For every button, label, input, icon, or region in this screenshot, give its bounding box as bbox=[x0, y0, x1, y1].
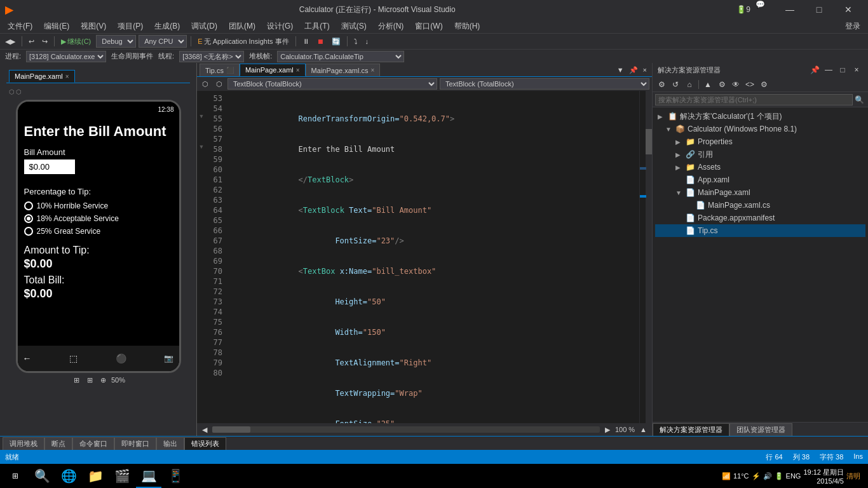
taskbar-vs[interactable]: 💻 bbox=[136, 464, 161, 488]
tab-mainpage-xaml-cs[interactable]: MainPage.xaml.cs × bbox=[306, 64, 381, 76]
sb-settings-btn[interactable]: ⚙ bbox=[757, 78, 770, 91]
zoom-fit-btn[interactable]: ⊞ bbox=[71, 374, 82, 386]
app-insights-btn[interactable]: E 无 Application Insights 事件 bbox=[195, 35, 291, 48]
menu-test[interactable]: 测试(S) bbox=[336, 19, 372, 33]
sb-filter-btn[interactable]: ⚙ bbox=[715, 78, 728, 91]
panel-tab-breakpoints[interactable]: 断点 bbox=[44, 437, 72, 450]
tree-references[interactable]: ▶ 🔗 引用 bbox=[655, 148, 865, 161]
menu-analyze[interactable]: 分析(N) bbox=[373, 19, 409, 33]
restart-btn[interactable]: 🔄 bbox=[329, 35, 343, 48]
tree-properties[interactable]: ▶ 📁 Properties bbox=[655, 135, 865, 148]
ref-expand[interactable]: ▶ bbox=[675, 151, 683, 158]
scroll-left-btn[interactable]: ◀ bbox=[200, 423, 210, 436]
solution-node[interactable]: ▶ 📋 解决方案'Calculator'(1 个项目) bbox=[655, 110, 865, 123]
tree-assets[interactable]: ▶ 📁 Assets bbox=[655, 161, 865, 173]
tab-close-icon[interactable]: × bbox=[65, 73, 69, 80]
sb-properties-btn[interactable]: ⚙ bbox=[655, 78, 668, 91]
scrollbar-thumb[interactable] bbox=[646, 129, 652, 154]
sb-show-all-btn[interactable]: 👁 bbox=[729, 78, 742, 91]
close-btn[interactable]: ✕ bbox=[834, 0, 863, 19]
solution-expand[interactable]: ▶ bbox=[658, 113, 665, 120]
menu-debug[interactable]: 调试(D) bbox=[186, 19, 222, 33]
assets-expand[interactable]: ▶ bbox=[675, 164, 683, 171]
menu-view[interactable]: 视图(V) bbox=[76, 19, 111, 33]
sb-refresh-btn[interactable]: ↺ bbox=[669, 78, 682, 91]
phone-bill-input[interactable]: $0.00 bbox=[24, 159, 75, 174]
tab-tip-cs[interactable]: Tip.cs ⬛ bbox=[200, 64, 240, 76]
stepinto-btn[interactable]: ↓ bbox=[363, 35, 372, 48]
sidebar-tab-team[interactable]: 团队资源管理器 bbox=[729, 423, 792, 436]
sb-home-btn[interactable]: ⌂ bbox=[683, 78, 696, 91]
taskbar-media[interactable]: 🎬 bbox=[109, 464, 135, 488]
toolbar-btn1[interactable]: ◀▶ bbox=[3, 35, 18, 48]
menu-team[interactable]: 团队(M) bbox=[224, 19, 261, 33]
sb-code-btn[interactable]: <> bbox=[743, 78, 756, 91]
horizontal-scrollbar[interactable] bbox=[212, 426, 600, 433]
code-area[interactable]: RenderTransformOrigin="0.542,0.7"> Enter… bbox=[225, 91, 639, 423]
block-selector-2[interactable]: TextBlock (TotalBlock) bbox=[440, 78, 649, 90]
tree-manifest[interactable]: 📄 Package.appxmanifest bbox=[655, 212, 865, 224]
tab-close-main[interactable]: × bbox=[296, 67, 300, 74]
block-selector-1[interactable]: TextBlock (TotalBlock) bbox=[227, 78, 437, 90]
search-go-btn[interactable]: 🔍 bbox=[853, 93, 865, 106]
panel-tab-immediate[interactable]: 即时窗口 bbox=[114, 437, 156, 450]
radio-item-great[interactable]: 25% Great Service bbox=[24, 227, 173, 236]
tray-clock[interactable]: 19:12 星期日 2015/4/5 bbox=[803, 468, 844, 485]
sidebar-expand-btn[interactable]: □ bbox=[836, 64, 849, 76]
menu-edit[interactable]: 编辑(E) bbox=[39, 19, 74, 33]
panel-tab-callstack[interactable]: 调用堆栈 bbox=[3, 437, 44, 450]
tab-mainpage-xaml[interactable]: MainPage.xaml × bbox=[9, 70, 75, 83]
panel-tab-output[interactable]: 输出 bbox=[156, 437, 184, 450]
zoom-in-btn[interactable]: ▲ bbox=[637, 423, 649, 436]
tab-close-tip[interactable]: ⬛ bbox=[226, 67, 234, 74]
tab-close-maincs[interactable]: × bbox=[370, 67, 374, 74]
scrollbar-vertical[interactable] bbox=[646, 91, 652, 423]
process-select[interactable]: [3128] Calculator.exe bbox=[26, 51, 106, 62]
pause-btn[interactable]: ⏸ bbox=[300, 35, 312, 48]
menu-build[interactable]: 生成(B) bbox=[149, 19, 185, 33]
thread-select[interactable]: [3368] <无名称> bbox=[179, 51, 244, 62]
sidebar-search-input[interactable] bbox=[655, 94, 853, 105]
taskbar-explorer[interactable]: 📁 bbox=[83, 464, 108, 488]
scroll-right-btn[interactable]: ▶ bbox=[602, 423, 613, 436]
login-btn[interactable]: 登录 bbox=[840, 21, 865, 32]
taskbar-browser[interactable]: 🌐 bbox=[56, 464, 81, 488]
h-scrollbar-thumb[interactable] bbox=[212, 426, 250, 433]
debug-dropdown[interactable]: Debug bbox=[96, 35, 136, 48]
continue-btn[interactable]: ▶ 继续(C) bbox=[58, 35, 93, 48]
tab-mainpage-xaml-editor[interactable]: MainPage.xaml × bbox=[240, 64, 306, 76]
project-node[interactable]: ▼ 📦 Calculator (Windows Phone 8.1) bbox=[655, 123, 865, 135]
radio-item-horrible[interactable]: 10% Horrible Service bbox=[24, 201, 173, 210]
fold-marker-58[interactable]: ▼ bbox=[197, 142, 206, 152]
expand-icon[interactable]: ⬡ bbox=[16, 88, 22, 95]
project-expand[interactable]: ▼ bbox=[665, 126, 673, 133]
tree-mainpage-xaml-cs[interactable]: 📄 MainPage.xaml.cs bbox=[655, 199, 865, 212]
toolbar-redo[interactable]: ↪ bbox=[39, 35, 50, 48]
tab-nav-btn[interactable]: ▼ bbox=[614, 64, 627, 76]
stop-btn[interactable]: ⏹ bbox=[315, 35, 327, 48]
sidebar-pin-btn[interactable]: 📌 bbox=[808, 64, 821, 76]
close-panel-btn[interactable]: × bbox=[641, 64, 649, 76]
stack-select[interactable]: Calculator.Tip.CalculateTip bbox=[277, 51, 404, 62]
tree-app-xaml[interactable]: 📄 App.xaml bbox=[655, 173, 865, 186]
zoom-actual-btn[interactable]: ⊕ bbox=[98, 374, 109, 386]
mainxaml-expand[interactable]: ▼ bbox=[675, 189, 683, 196]
tree-mainpage-xaml[interactable]: ▼ 📄 MainPage.xaml bbox=[655, 186, 865, 199]
stepover-btn[interactable]: ⤵ bbox=[351, 35, 360, 48]
menu-design[interactable]: 设计(G) bbox=[262, 19, 298, 33]
sidebar-tab-solution[interactable]: 解决方案资源管理器 bbox=[653, 423, 729, 436]
minimize-btn[interactable]: — bbox=[775, 0, 804, 19]
fold-icon[interactable]: ⬡ bbox=[9, 88, 15, 95]
fold-marker-55[interactable]: ▼ bbox=[197, 111, 206, 121]
sidebar-close-btn[interactable]: × bbox=[850, 64, 863, 76]
sb-collapse-btn[interactable]: ▲ bbox=[702, 78, 714, 91]
tree-tip-cs[interactable]: 📄 Tip.cs bbox=[655, 224, 865, 237]
taskbar-phone[interactable]: 📱 bbox=[163, 464, 188, 488]
panel-tab-command[interactable]: 命令窗口 bbox=[72, 437, 114, 450]
menu-project[interactable]: 项目(P) bbox=[112, 19, 148, 33]
panel-tab-errors[interactable]: 错误列表 bbox=[184, 437, 226, 450]
zoom-grid-btn[interactable]: ⊞ bbox=[85, 374, 95, 386]
platform-dropdown[interactable]: Any CPU bbox=[139, 35, 187, 48]
menu-help[interactable]: 帮助(H) bbox=[449, 19, 485, 33]
pin-btn[interactable]: 📌 bbox=[627, 64, 641, 76]
